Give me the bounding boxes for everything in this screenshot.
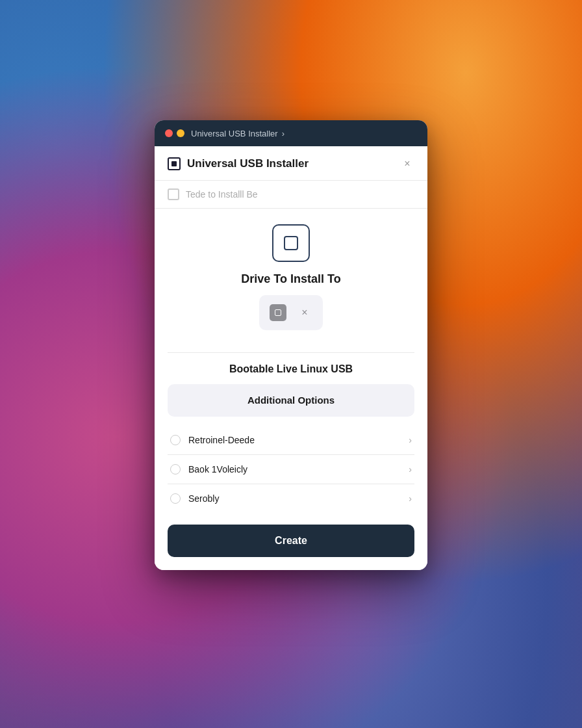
traffic-lights <box>165 129 184 137</box>
option-radio-1 <box>170 464 181 474</box>
option-radio-0 <box>170 435 181 445</box>
option-radio-2 <box>170 493 181 504</box>
bootable-section-title: Bootable Live Linux USB <box>168 363 414 375</box>
app-window: Universal USB Installer › Universal USB … <box>155 120 427 570</box>
additional-options-panel[interactable]: Additional Options <box>168 384 414 417</box>
main-content: Drive To Install To × Bootable Live Linu… <box>155 209 427 570</box>
header-usb-icon <box>168 157 181 170</box>
step-text: Tede to Installl Be <box>186 189 258 200</box>
title-bar-chevron: › <box>282 129 285 138</box>
usb-drive-icon <box>272 224 310 262</box>
drive-selector-icon-inner <box>275 309 281 316</box>
option-item-2[interactable]: Serobly › <box>168 484 414 513</box>
drive-selector-clear-button[interactable]: × <box>297 305 312 320</box>
option-label-1: Baok 1Voleicly <box>188 464 409 474</box>
header-row: Universal USB Installer × <box>155 146 427 181</box>
drive-section-title: Drive To Install To <box>241 272 340 286</box>
header-icon-inner <box>171 161 177 166</box>
drive-selector[interactable]: × <box>259 295 323 330</box>
option-chevron-1: › <box>409 464 412 474</box>
create-button[interactable]: Create <box>168 525 414 557</box>
drive-selector-usb-icon <box>270 304 286 321</box>
option-chevron-2: › <box>409 493 412 504</box>
options-list: Retroinel-Deede › Baok 1Voleicly › Serob… <box>168 426 414 513</box>
option-label-0: Retroinel-Deede <box>188 435 409 445</box>
title-bar-text: Universal USB Installer › <box>191 129 285 138</box>
step-row: Tede to Installl Be <box>155 181 427 209</box>
minimize-traffic-light[interactable] <box>177 129 184 137</box>
header-close-button[interactable]: × <box>400 157 414 171</box>
divider-1 <box>168 352 414 353</box>
title-bar: Universal USB Installer › <box>155 120 427 146</box>
usb-icon-inner <box>284 236 298 250</box>
option-chevron-0: › <box>409 435 412 445</box>
header-title: Universal USB Installer <box>187 157 309 170</box>
window-content: Universal USB Installer × Tede to Instal… <box>155 146 427 570</box>
option-item-1[interactable]: Baok 1Voleicly › <box>168 455 414 484</box>
option-item-0[interactable]: Retroinel-Deede › <box>168 426 414 455</box>
header-left: Universal USB Installer <box>168 157 309 170</box>
option-label-2: Serobly <box>188 493 409 504</box>
step-checkbox-icon <box>168 188 179 200</box>
additional-options-label: Additional Options <box>247 395 335 406</box>
drive-icon-area: Drive To Install To × <box>168 224 414 342</box>
title-bar-app-name: Universal USB Installer <box>191 129 278 138</box>
close-traffic-light[interactable] <box>165 129 173 137</box>
